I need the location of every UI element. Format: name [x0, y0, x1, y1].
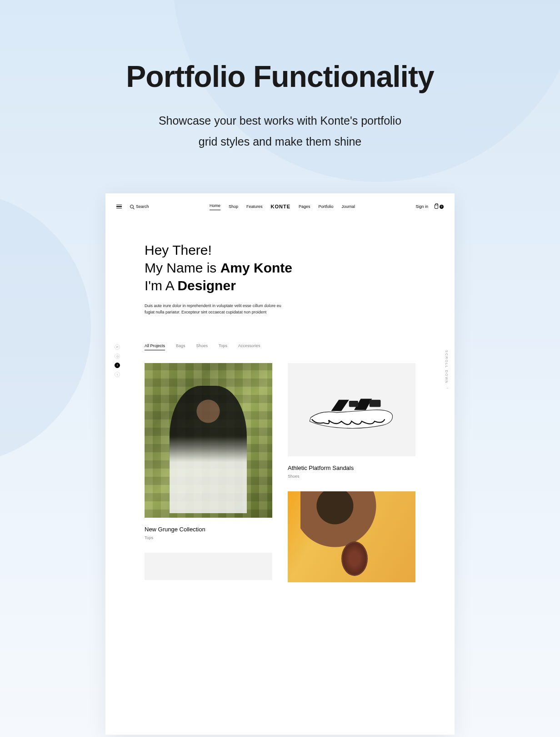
card-category: Shoes — [288, 474, 415, 479]
logo[interactable]: KONTE — [270, 204, 290, 209]
search-icon — [130, 205, 134, 208]
nav-journal[interactable]: Journal — [342, 204, 355, 209]
card-image — [288, 491, 415, 582]
nav-home[interactable]: Home — [210, 203, 220, 210]
demo-window: Search Home Shop Features KONTE Pages Po… — [105, 193, 455, 735]
svg-rect-1 — [349, 401, 358, 407]
site-header: Search Home Shop Features KONTE Pages Po… — [116, 203, 444, 210]
filter-tops[interactable]: Tops — [219, 343, 227, 350]
page-subtitle: Showcase your best works with Konte's po… — [0, 110, 560, 152]
facebook-icon[interactable]: f — [115, 363, 120, 368]
filter-all[interactable]: All Projects — [145, 343, 165, 350]
filter-accessories[interactable]: Accessories — [238, 343, 260, 350]
nav-portfolio[interactable]: Portfolio — [319, 204, 334, 209]
portfolio-card-grunge[interactable]: New Grunge Collection Tops — [145, 363, 272, 540]
cart-count-badge: 0 — [440, 205, 444, 209]
card-image — [288, 363, 415, 456]
hamburger-icon[interactable] — [116, 205, 122, 209]
page-title: Portfolio Functionality — [0, 59, 560, 94]
hero-line3: I'm A Designer — [145, 277, 444, 294]
twitter-icon[interactable]: t — [115, 372, 120, 377]
filter-bags[interactable]: Bags — [176, 343, 185, 350]
hero-description: Duis aute irure dolor in reprehenderit i… — [145, 303, 290, 316]
filter-shoes[interactable]: Shoes — [196, 343, 208, 350]
hero-intro: Hey There! My Name is Amy Konte I'm A De… — [145, 241, 444, 316]
sandal-illustration — [300, 384, 403, 435]
svg-rect-0 — [370, 399, 381, 407]
main-nav: Home Shop Features KONTE Pages Portfolio… — [210, 203, 355, 210]
portfolio-card-earring[interactable] — [288, 491, 415, 582]
scroll-down-indicator[interactable]: SCROLL DOWN — [445, 350, 448, 391]
hero-outer: Portfolio Functionality Showcase your be… — [0, 0, 560, 180]
search-button[interactable]: Search — [130, 204, 149, 209]
signin-link[interactable]: Sign in — [415, 204, 428, 209]
search-label: Search — [136, 204, 149, 209]
card-title: New Grunge Collection — [145, 526, 272, 533]
nav-features[interactable]: Features — [246, 204, 263, 209]
card-image — [145, 363, 272, 518]
portfolio-card-sandals[interactable]: Athletic Platform Sandals Shoes — [288, 363, 415, 479]
nav-shop[interactable]: Shop — [229, 204, 238, 209]
instagram-icon[interactable]: ◎ — [115, 353, 120, 359]
hero-line1: Hey There! — [145, 241, 444, 259]
pinterest-icon[interactable]: P — [115, 344, 120, 350]
nav-pages[interactable]: Pages — [299, 204, 310, 209]
card-category: Tops — [145, 535, 272, 540]
card-title: Athletic Platform Sandals — [288, 464, 415, 471]
hero-line2: My Name is Amy Konte — [145, 259, 444, 277]
bag-icon — [435, 205, 438, 209]
portfolio-filters: All Projects Bags Shoes Tops Accessories — [145, 343, 444, 350]
cart-button[interactable]: 0 — [435, 205, 444, 209]
card-image — [145, 553, 272, 580]
portfolio-card-placeholder[interactable] — [145, 553, 272, 580]
social-rail: P ◎ f t — [115, 344, 120, 377]
portfolio-grid: New Grunge Collection Tops Athle — [145, 363, 415, 582]
